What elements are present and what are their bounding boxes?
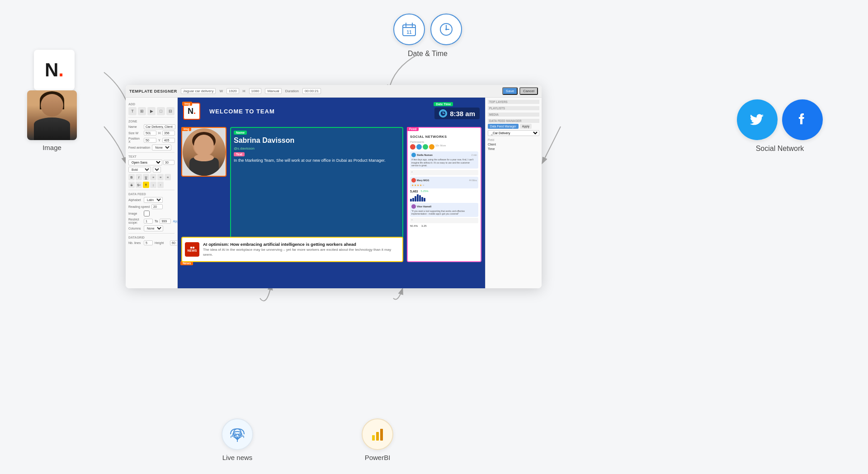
img-top-label: Img [182,102,192,106]
image-label: Image [128,212,142,215]
alphabet-select[interactable]: Latin [144,197,163,203]
news-bar: NEWS AI optimism: How embracing artifici… [181,237,403,262]
align-left-btn[interactable]: ≡ [150,174,156,180]
height-field[interactable]: 1080 [249,88,262,94]
canvas-clock: 8:38 am [434,108,480,119]
quote-block-1: " [410,170,478,175]
post-avatar-3 [411,204,416,209]
dfm-btn-row: Data Feed Manager Apply [488,124,539,129]
font-size-input[interactable] [163,160,175,165]
canvas-left: Img [181,127,403,262]
mini-bars [410,194,478,202]
template-name-field[interactable]: Jaguar car delivery [181,88,216,94]
datafeed-manager-title: DATA FEED MANAGER [488,119,539,123]
right-panel: TOP LAYERS PLAYLISTS MEDIA DATA FEED MAN… [485,98,542,288]
clock-icon-circle [430,14,462,45]
powerbi-icon [362,418,393,450]
indent-btn[interactable]: ↑ [157,182,164,188]
add-text-icon[interactable]: T [128,107,137,115]
reading-speed-label: Reading speed [128,205,150,208]
svg-point-18 [194,135,214,156]
width-field[interactable]: 1920 [226,88,239,94]
apply-link[interactable]: Apply [173,220,178,223]
cancel-button[interactable]: Cancel [519,87,538,95]
image-peripheral: Image [27,90,77,151]
person-img-container [181,127,226,177]
size-label: Size W [128,131,142,135]
apply-btn[interactable]: Apply [520,124,532,129]
reading-speed-row: Reading speed [128,204,175,209]
name-badge: Name [234,131,247,135]
feed-anim-select[interactable]: None [152,145,171,150]
height-dg-input[interactable] [170,240,178,245]
pos-y-input[interactable] [162,138,175,143]
height-dg-label: Height [155,241,168,244]
data-feed-manager-btn[interactable]: Data Feed Manager [488,124,519,129]
color-btn[interactable]: T [143,182,149,188]
powerbi-label: PowerBI [365,454,391,461]
columns-select[interactable]: None [144,225,163,231]
save-button[interactable]: Save [502,87,518,95]
bold-btn[interactable]: B [128,174,135,180]
post-card-1: Stella Numan 2 min A few days ago, using… [410,151,478,169]
underline-btn[interactable]: U [143,174,149,180]
social-icons [737,99,823,140]
spacing-btn[interactable]: ↕ [150,182,156,188]
bar-6 [421,197,423,202]
more-label: 10+ More [435,144,446,147]
strikethrough-btn[interactable]: S [128,182,135,188]
quote-block-2: " [410,218,478,223]
size-w-input[interactable] [144,131,156,136]
time-label: Time [488,147,539,150]
post-time-2: 44 Mins [469,179,477,182]
car-delivery-select[interactable]: _Car Delivery [488,130,539,136]
text-section-title: TEXT [128,155,175,158]
add-grid-icon[interactable]: ⊟ [166,107,175,115]
align-center-btn[interactable]: ≡ [157,174,164,180]
canvas-header: Img N. WELCOME TO TEAM Date Time [178,98,485,125]
svg-point-20 [194,154,214,161]
pos-x-input[interactable] [144,138,156,143]
position-label: Position X [128,137,142,143]
livenews-label: Live news [222,454,253,461]
left-panel: ADD T ⊞ ▶ □ ⊟ ZONE Name Size W H Positi [126,98,178,288]
superscript-btn[interactable]: S+ [136,182,142,188]
person-desc: In the Marketing Team, She will work at … [234,158,400,164]
mode-field[interactable]: Manual [265,88,281,94]
duration-field[interactable]: 00:00:21 [302,88,321,94]
datetime-icons: 11 [393,14,462,45]
news-icon-inner: NEWS [188,247,197,253]
format-row2: S S+ T ↕ ↑ [128,182,175,188]
image-checkbox[interactable] [144,211,150,216]
reading-speed-input[interactable] [151,204,163,209]
font-select[interactable]: Open Sans [128,160,162,165]
post-author-1: Stella Numan [417,154,433,156]
social-panel: Feed SOCIAL NETWORKS Participants 10+ Mo… [407,127,481,262]
columns-label: Columns [128,227,142,230]
add-image-icon[interactable]: ⊞ [138,107,146,115]
media-title: MEDIA [488,113,539,117]
top-layers-title: TOP LAYERS [488,100,539,104]
zone-name-input[interactable] [144,124,175,129]
bar-5 [419,195,421,202]
font-weight-select[interactable]: Bold [128,167,151,173]
size-h-input[interactable] [162,131,175,136]
zone-section-title: ZONE [128,120,175,123]
star-5: ★ [422,183,425,187]
restrict-row: Restrict scope: To Apply [128,218,175,224]
add-shape-icon[interactable]: □ [157,107,165,115]
restrict-from-input[interactable] [144,219,153,224]
add-video-icon[interactable]: ▶ [147,107,156,115]
restrict-to-input[interactable] [160,219,171,224]
italic-btn[interactable]: I [136,174,142,180]
restrict-label: Restrict scope: [128,218,142,224]
nblines-input[interactable] [144,240,153,245]
datetime-peripheral: 11 Date & Time [393,14,462,58]
font-style-select[interactable]: — [153,167,161,173]
align-right-btn[interactable]: ≡ [165,174,171,180]
nblines-row: Nb. lines Height [128,240,175,245]
text-badge: Text [234,152,245,156]
stat-3: 3.25 [421,225,427,227]
logo-dot: . [58,59,64,81]
to-label: To [155,220,158,223]
